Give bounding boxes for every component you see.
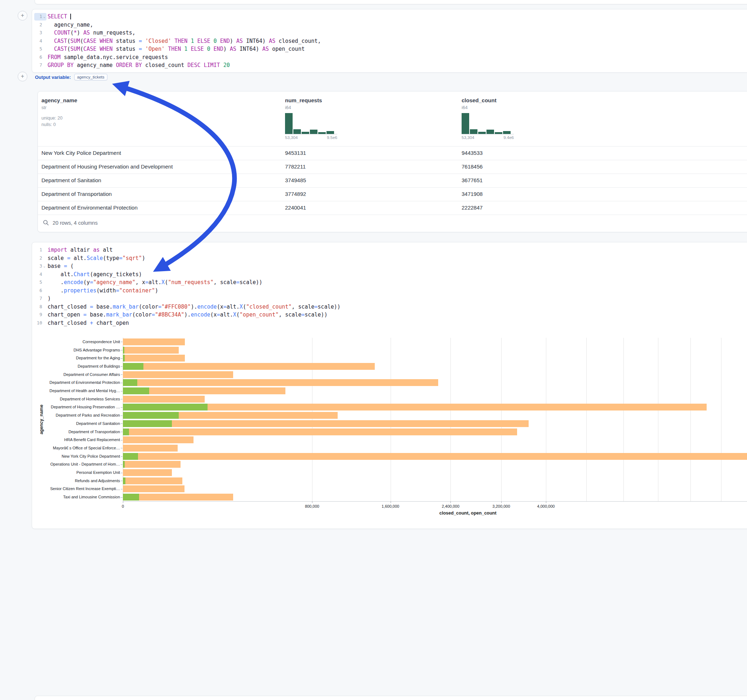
- x-tick-label: 3,200,000: [493, 504, 510, 508]
- python-code-editor[interactable]: 1import altair as alt2scale = alt.Scale(…: [32, 246, 747, 327]
- x-tick-label: 4,000,000: [537, 504, 555, 508]
- line-number: 6: [34, 53, 42, 62]
- code-line: 6 .properties(width="container"): [32, 287, 747, 295]
- code-token: 'Closed': [145, 38, 171, 44]
- code-token: GROUP BY: [48, 62, 74, 68]
- add-cell-button-top[interactable]: +: [18, 11, 27, 21]
- line-number: 3: [34, 262, 42, 270]
- y-axis-tick: [121, 374, 122, 375]
- histogram-bar: [478, 132, 486, 134]
- y-axis-tick: [121, 448, 122, 448]
- x-axis-tick: [501, 501, 502, 503]
- closed-count-bar: [123, 477, 182, 484]
- code-token: (: [80, 38, 83, 44]
- code-token: =: [236, 279, 240, 285]
- code-token: CAST: [54, 38, 67, 44]
- line-number: 10: [34, 319, 42, 327]
- line-number: 9: [34, 311, 42, 319]
- notebook-page: + + 1⌄SELECT 2 agency_name,3 COUNT(*) AS…: [0, 0, 747, 700]
- histogram-bar: [310, 130, 318, 134]
- table-cell: 9443533: [458, 146, 747, 160]
- code-token: AS: [269, 38, 275, 44]
- code-token: 'Open': [145, 46, 165, 52]
- y-axis-label: Department of Buildings: [32, 364, 120, 368]
- line-number-gutter: 8: [34, 303, 47, 311]
- table-header-cell-agency_name[interactable]: agency_namestrunique: 20nulls: 0: [38, 92, 281, 146]
- table-cell: 2240041: [281, 201, 458, 214]
- histogram-bar: [285, 113, 293, 134]
- open-count-bar: [123, 388, 149, 394]
- closed-count-bar: [123, 445, 178, 451]
- code-token: status: [113, 38, 139, 44]
- open-count-bar: [123, 355, 125, 362]
- y-axis-label: Refunds and Adjustments: [32, 478, 120, 483]
- line-number-gutter: 4: [34, 38, 47, 45]
- code-token: alt.: [148, 279, 162, 285]
- code-token: SELECT: [48, 13, 67, 20]
- histogram-max-label: 9.5e6: [327, 136, 337, 140]
- line-number: 7: [34, 61, 42, 69]
- code-line: 7): [32, 294, 747, 303]
- y-axis-label: Operations Unit - Department of Hom…: [32, 462, 120, 466]
- code-token: chart_closed: [48, 320, 90, 326]
- code-line: 3⌄base = (: [32, 262, 747, 270]
- y-axis-label: HRA Benefit Card Replacement: [32, 438, 120, 442]
- code-token: [181, 46, 184, 52]
- add-cell-button-output[interactable]: +: [18, 72, 27, 81]
- code-line: 2scale = alt.Scale(type="sqrt"): [32, 254, 747, 262]
- code-token: [48, 30, 54, 36]
- code-token: , x: [136, 279, 145, 285]
- chart-bars: [123, 338, 747, 501]
- code-token: SUM: [70, 46, 80, 52]
- code-token: altair: [67, 247, 93, 253]
- code-token: ): [224, 46, 230, 52]
- line-number: 4: [34, 37, 42, 45]
- y-axis-label: Taxi and Limousine Commission: [32, 495, 120, 499]
- code-line: 5 .encode(y="agency_name", x=alt.X("num_…: [32, 278, 747, 287]
- x-axis-tick: [546, 501, 546, 503]
- code-token: "open_count": [240, 311, 278, 318]
- closed-count-bar: [123, 436, 194, 443]
- table-header-cell-closed_count[interactable]: closed_counti6453,3049.4e6: [458, 92, 747, 146]
- table-cell: New York City Police Department: [38, 146, 281, 160]
- y-axis-tick: [121, 432, 122, 432]
- x-axis-tick: [312, 501, 312, 503]
- code-token: [142, 46, 145, 52]
- y-axis-label: Mayorâ€ s Office of Special Enforce…: [32, 446, 120, 450]
- code-line: 4 alt.Chart(agency_tickets): [32, 270, 747, 279]
- collapse-chevron-icon[interactable]: ⌄: [42, 13, 47, 21]
- sql-code-editor[interactable]: 1⌄SELECT 2 agency_name,3 COUNT(*) AS num…: [32, 13, 747, 69]
- histogram-bar: [495, 132, 502, 134]
- code-line: 1⌄SELECT: [32, 13, 747, 21]
- column-type: str: [41, 105, 281, 110]
- output-variable-row: Output variable: agency_tickets: [35, 74, 107, 80]
- open-count-bar: [123, 494, 139, 501]
- code-token: ELSE: [191, 46, 204, 52]
- code-token: "agency_name": [93, 279, 135, 285]
- x-tick-label: 0: [122, 504, 124, 508]
- code-token: (: [67, 46, 70, 52]
- collapse-chevron-icon[interactable]: ⌄: [42, 262, 47, 270]
- code-line: 5 CAST(SUM(CASE WHEN status = 'Open' THE…: [32, 45, 747, 53]
- line-number: 1: [34, 13, 42, 21]
- y-axis-tick: [121, 407, 122, 407]
- line-number: 7: [34, 294, 42, 303]
- y-axis-tick: [121, 440, 122, 441]
- table-header-cell-num_requests[interactable]: num_requestsi6453,3049.5e6: [281, 92, 458, 146]
- code-line: 3 COUNT(*) AS num_requests,: [32, 29, 747, 37]
- code-token: 1: [184, 46, 188, 52]
- code-token: closed_count: [142, 62, 188, 68]
- code-token: [48, 46, 54, 52]
- code-token: [220, 62, 224, 68]
- output-variable-chip[interactable]: agency_tickets: [74, 74, 107, 80]
- code-token: 20: [224, 62, 230, 68]
- code-token: sample_data.nyc.service_requests: [60, 54, 168, 60]
- table-cell: 2222847: [458, 201, 747, 214]
- closed-count-bar: [123, 396, 205, 403]
- code-token: , scale: [292, 303, 314, 310]
- code-token: "#8BC34A": [155, 311, 184, 318]
- search-icon[interactable]: [43, 220, 49, 226]
- table-cell: 9453131: [281, 146, 458, 160]
- table-cell: Department of Sanitation: [38, 174, 281, 187]
- text-cursor: [70, 14, 71, 20]
